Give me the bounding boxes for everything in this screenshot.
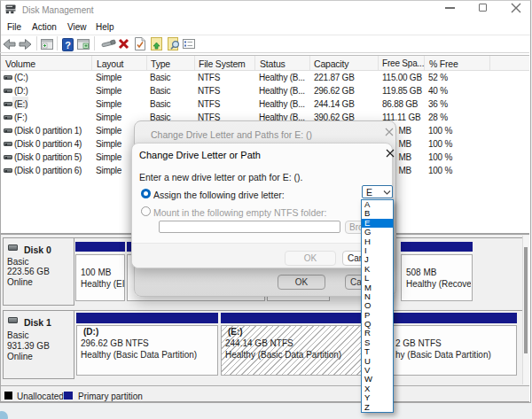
svg-text:?: ? <box>65 40 71 50</box>
